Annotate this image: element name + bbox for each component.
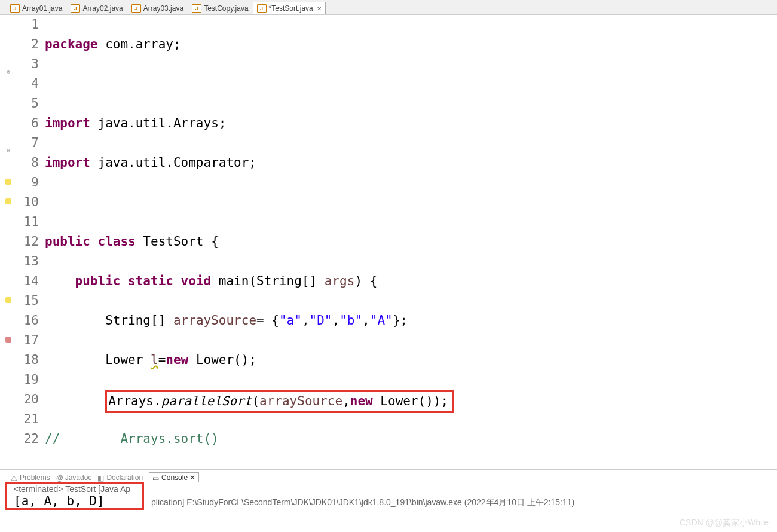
tab-declaration[interactable]: ◧Declaration [97, 472, 143, 482]
tab-testsort[interactable]: J*TestSort.java✕ [253, 2, 326, 14]
fold-icon[interactable]: ⊖ [4, 140, 10, 146]
tab-array02[interactable]: JArray02.java [66, 2, 127, 14]
override-icon [5, 337, 11, 343]
tab-problems[interactable]: ⚠Problems [11, 472, 50, 482]
warning-icon [5, 179, 11, 185]
bottom-tabs: ⚠Problems @Javadoc ◧Declaration ▭Console… [0, 469, 777, 482]
console-icon: ▭ [152, 474, 160, 481]
console-panel: <terminated> TestSort [Java Ap [a, A, b,… [0, 482, 777, 510]
console-header-tail: plication] E:\StudyForCL\SecondTerm\JDK\… [144, 495, 582, 508]
java-file-icon: J [131, 4, 141, 13]
declaration-icon: ◧ [97, 474, 105, 481]
highlight-box: Arrays.parallelSort(arraySource,new Lowe… [105, 390, 454, 413]
tab-array01[interactable]: JArray01.java [6, 2, 66, 14]
java-file-icon: J [257, 4, 267, 13]
problems-icon: ⚠ [11, 474, 18, 481]
warning-icon [5, 198, 11, 204]
java-file-icon: J [192, 4, 201, 13]
code-editor[interactable]: 1 2 ⊖3 4 5 6 ⊖7 8 9 10 11 12 13 14 15 16… [0, 15, 777, 469]
warning-icon [5, 297, 11, 303]
file-tabs: JArray01.java JArray02.java JArray03.jav… [0, 0, 777, 15]
close-icon[interactable]: ✕ [317, 5, 322, 12]
line-gutter: 1 2 ⊖3 4 5 6 ⊖7 8 9 10 11 12 13 14 15 16… [5, 15, 42, 469]
tab-javadoc[interactable]: @Javadoc [56, 472, 92, 482]
editor-margin [0, 15, 5, 469]
javadoc-icon: @ [56, 474, 63, 481]
java-file-icon: J [10, 4, 20, 13]
tab-testcopy[interactable]: JTestCopy.java [188, 2, 252, 14]
console-output: [a, A, b, D] [7, 493, 112, 510]
java-file-icon: J [71, 4, 80, 13]
fold-icon[interactable]: ⊖ [4, 62, 10, 68]
close-icon[interactable]: ✕ [189, 473, 195, 482]
code-area[interactable]: package com.array; import java.util.Arra… [42, 15, 777, 469]
tab-console[interactable]: ▭Console ✕ [149, 472, 199, 482]
highlight-box-console: <terminated> TestSort [Java Ap [a, A, b,… [5, 482, 144, 510]
tab-array03[interactable]: JArray03.java [127, 2, 188, 14]
